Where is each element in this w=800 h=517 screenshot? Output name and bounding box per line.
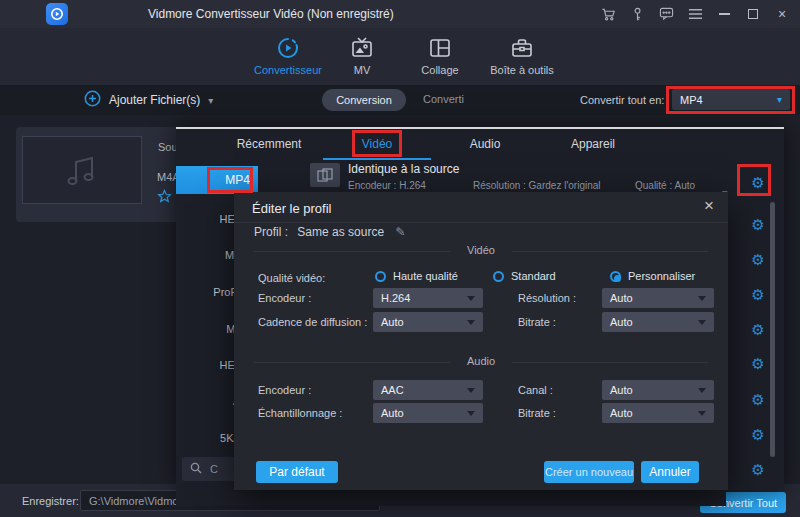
channel-dropdown[interactable]: Auto [602,380,714,400]
collage-icon [395,34,485,62]
gear-icon[interactable]: ⚙ [748,215,768,235]
chevron-down-icon [467,296,475,301]
create-new-button[interactable]: Créer un nouveau [544,461,634,483]
chevron-down-icon [698,411,706,416]
active-format-tab-underline [323,158,431,160]
radio-personnaliser[interactable]: Personnaliser [610,270,695,282]
save-to-label: Enregistrer: [22,495,79,507]
gear-icon[interactable]: ⚙ [748,354,768,374]
tab-appareil[interactable]: Appareil [539,137,647,151]
minimize-icon[interactable] [716,6,732,22]
samplerate-dropdown[interactable]: Auto [373,403,483,423]
chevron-down-icon [467,411,475,416]
quality-label: Qualité vidéo: [258,272,325,284]
menu-icon[interactable] [687,6,703,22]
video-bitrate-dropdown[interactable]: Auto [602,312,714,332]
default-button[interactable]: Par défaut [256,461,338,483]
dialog-close-icon[interactable]: × [704,197,714,214]
framerate-dropdown[interactable]: Auto [373,312,483,332]
framerate-label: Cadence de diffusion : [258,316,367,328]
dialog-title: Éditer le profil [252,201,331,216]
add-files-button[interactable]: Ajouter Fichier(s) ▾ [84,85,213,115]
profile-value: Same as source [297,225,384,239]
samplerate-label: Échantillonnage : [258,407,342,419]
tab-audio[interactable]: Audio [431,137,539,151]
chevron-down-icon [467,320,475,325]
star-icon[interactable] [157,189,172,208]
tab-label: Collage [395,64,485,76]
channel-label: Canal : [518,384,553,396]
tab-collage[interactable]: Collage [395,34,485,76]
gear-icon[interactable]: ⚙ [748,460,768,480]
chevron-down-icon [698,388,706,393]
profile-resolution: Résolution : Gardez l'original [473,180,601,191]
app-logo-icon [46,3,68,25]
gear-icon[interactable]: ⚙ [748,320,768,340]
gear-icon[interactable]: ⚙ [748,285,768,305]
annotation-video-tab [352,130,402,157]
profile-row-title[interactable]: Identique à la source [348,162,459,176]
mv-icon [317,34,407,62]
encoder-label: Encodeur : [258,292,311,304]
resolution-label: Résolution : [518,292,576,304]
scrollbar[interactable] [770,202,775,457]
chevron-down-icon [698,296,706,301]
audio-encoder-dropdown[interactable]: AAC [373,380,483,400]
app-window: Vidmore Convertisseur Vidéo (Non enregis… [0,0,800,517]
key-icon[interactable] [629,6,645,22]
profile-thumbnail [310,163,340,187]
search-placeholder: C [210,463,218,475]
pencil-icon[interactable]: ✎ [395,225,405,239]
profile-encoder: Encodeur : H.264 [348,180,426,191]
profile-quality: Qualité : Auto [635,180,695,191]
chevron-down-icon [467,388,475,393]
annotation-gear-icon [737,164,771,196]
maximize-icon[interactable] [745,6,761,22]
annotation-convert-all-dropdown [666,86,795,114]
resolution-dropdown[interactable]: Auto [602,288,714,308]
gear-icon[interactable]: ⚙ [748,250,768,270]
edit-profile-dialog: Éditer le profil × Profil : Same as sour… [234,192,728,490]
radio-haute-qualite[interactable]: Haute qualité [375,270,458,282]
tab-converti[interactable]: Converti [423,93,464,105]
profile-name-row: Profil : Same as source ✎ [254,225,405,239]
radio-icon [610,271,621,282]
chevron-down-icon [698,320,706,325]
feedback-icon[interactable] [658,6,674,22]
audio-section-header: Audio [234,355,728,367]
tab-conversion[interactable]: Conversion [322,89,406,111]
profile-label: Profil : [254,225,288,239]
nav-bar: Convertisseur MV Collage Boîte à outils [0,28,800,85]
search-icon [190,460,202,478]
add-icon [84,90,101,111]
gear-icon[interactable]: ⚙ [748,390,768,410]
title-bar: Vidmore Convertisseur Vidéo (Non enregis… [0,0,800,28]
tab-mv[interactable]: MV [317,34,407,76]
add-files-label: Ajouter Fichier(s) [109,93,200,107]
annotation-mp4-format [207,167,253,193]
audio-bitrate-dropdown[interactable]: Auto [602,403,714,423]
close-icon[interactable]: × [774,6,790,22]
tab-recemment[interactable]: Récemment [215,137,323,151]
file-thumbnail [22,136,142,204]
audio-encoder-label: Encodeur : [258,384,311,396]
tab-boite-a-outils[interactable]: Boîte à outils [477,34,567,76]
tab-label: MV [317,64,407,76]
gear-icon[interactable]: ⚙ [748,425,768,445]
format-dialog-footer [176,490,726,506]
radio-icon [493,271,504,282]
cart-icon[interactable] [600,6,616,22]
convert-all-label: Convertir tout en: [580,94,664,106]
tab-label: Boîte à outils [477,64,567,76]
radio-standard[interactable]: Standard [493,270,556,282]
source-column-label: Sou [158,141,178,153]
cancel-button[interactable]: Annuler [641,461,699,483]
encoder-dropdown[interactable]: H.264 [373,288,483,308]
video-section-header: Vidéo [234,244,728,256]
window-title: Vidmore Convertisseur Vidéo (Non enregis… [148,7,394,21]
radio-icon [375,271,386,282]
video-bitrate-label: Bitrate : [518,316,556,328]
toolbox-icon [477,34,567,62]
divider [234,222,728,223]
audio-bitrate-label: Bitrate : [518,407,556,419]
